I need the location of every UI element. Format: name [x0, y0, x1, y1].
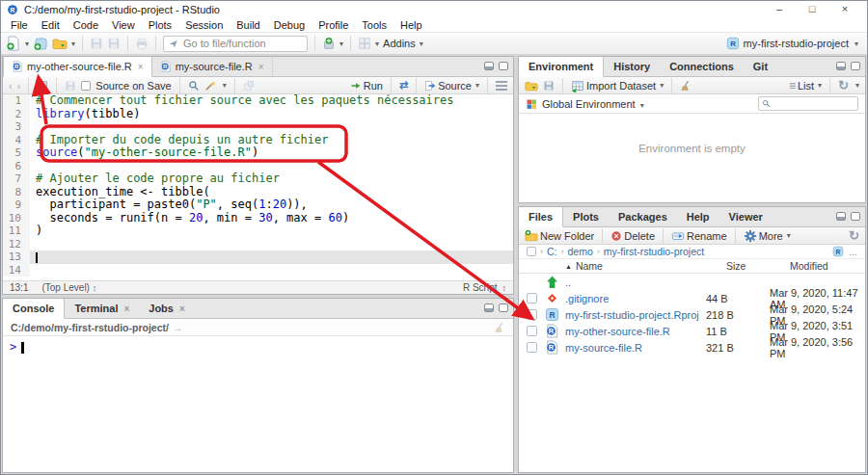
console-body[interactable]: > [3, 336, 513, 472]
menu-profile[interactable]: Profile [312, 19, 355, 31]
menu-edit[interactable]: Edit [35, 19, 67, 31]
file-name-link[interactable]: my-other-source-file.R [565, 326, 706, 337]
file-row[interactable]: my-source-file.R321 BMar 9, 2020, 3:56 P… [519, 339, 865, 356]
code-text[interactable] [30, 160, 513, 173]
tab-environment[interactable]: Environment [519, 57, 604, 77]
breadcrumb-drive[interactable]: C: [547, 246, 557, 257]
file-name-link[interactable]: my-source-file.R [565, 342, 706, 354]
more-button[interactable]: More ▾ [744, 229, 791, 243]
forward-icon[interactable]: › [17, 80, 21, 92]
code-line[interactable]: 5source("my-other-source-file.R") [3, 146, 513, 160]
chevron-down-icon[interactable]: ▾ [475, 81, 479, 90]
code-line[interactable]: 10 seconds = runif(n = 20, min = 30, max… [3, 212, 513, 225]
maximize-pane-button[interactable] [851, 212, 860, 221]
compile-report-icon[interactable] [243, 80, 255, 92]
run-button[interactable]: Run [350, 80, 383, 92]
tab-my-other-source-file[interactable]: my-other-source-file.R × [3, 57, 152, 77]
file-checkbox[interactable] [527, 309, 537, 320]
delete-button[interactable]: Delete [610, 230, 655, 242]
file-checkbox[interactable] [527, 342, 537, 353]
new-file-button[interactable]: ▾ [6, 36, 29, 51]
environment-search-input[interactable] [773, 98, 851, 109]
chevron-down-icon[interactable]: ▾ [339, 40, 343, 48]
refresh-icon[interactable]: ↻ [838, 79, 849, 92]
close-window-button[interactable]: × [828, 1, 861, 17]
code-text[interactable] [30, 120, 513, 134]
breadcrumb-project[interactable]: my-first-rstudio-project [604, 246, 704, 257]
load-workspace-icon[interactable] [525, 79, 538, 92]
save-icon[interactable] [90, 37, 103, 50]
print-icon[interactable] [135, 37, 149, 50]
tab-packages[interactable]: Packages [609, 207, 677, 226]
code-line[interactable]: 4# Importer du code depuis un autre fich… [3, 134, 513, 147]
code-line[interactable]: 7# Ajouter le code propre au fichier [3, 172, 513, 186]
rename-button[interactable]: Rename [671, 229, 727, 243]
tab-files[interactable]: Files [519, 207, 563, 227]
scope-selector[interactable]: (Top Level) ↕ [41, 282, 96, 293]
tab-my-source-file[interactable]: my-source-file.R × [152, 57, 273, 76]
document-outline-icon[interactable] [496, 81, 507, 91]
column-header-size[interactable]: Size [726, 260, 790, 272]
menu-session[interactable]: Session [178, 19, 230, 31]
menu-view[interactable]: View [105, 19, 142, 31]
maximize-pane-button[interactable] [499, 303, 508, 312]
import-dataset-button[interactable]: Import Dataset ▾ [571, 79, 664, 92]
close-icon[interactable]: × [123, 303, 129, 314]
open-file-button[interactable]: ▾ [52, 36, 75, 51]
addins-tool-button[interactable]: ▾ [322, 37, 343, 50]
rerun-icon[interactable]: ⇄ [399, 79, 408, 92]
column-header-name[interactable]: ▲ Name [565, 260, 726, 272]
new-project-button[interactable] [33, 36, 48, 51]
tab-history[interactable]: History [604, 57, 660, 76]
maximize-pane-button[interactable] [499, 62, 508, 70]
tab-terminal[interactable]: Terminal × [65, 299, 139, 318]
code-line[interactable]: 8execution_time <- tibble( [3, 186, 513, 199]
clear-console-broom-icon[interactable] [494, 322, 505, 333]
code-text[interactable] [30, 238, 513, 251]
more-path-ellipsis[interactable]: ... [849, 246, 857, 257]
code-text[interactable]: # Commencer tout fichier source avec les… [30, 94, 513, 108]
code-tools-icon[interactable] [204, 80, 216, 92]
minimize-pane-button[interactable] [484, 303, 494, 312]
code-text[interactable]: ) [30, 224, 513, 238]
filetype-selector[interactable]: R Script ↕ [463, 282, 506, 293]
menu-debug[interactable]: Debug [267, 19, 312, 31]
save-workspace-icon[interactable] [543, 80, 555, 92]
code-text[interactable]: execution_time <- tibble( [30, 186, 513, 199]
code-text[interactable]: participant = paste0("P", seq(1:20)), [30, 198, 513, 212]
code-line[interactable]: 13 [3, 251, 513, 264]
goto-file-function-box[interactable] [163, 36, 308, 52]
file-name-link[interactable]: my-first-rstudio-project.Rproj [565, 309, 706, 321]
file-checkbox[interactable] [527, 293, 537, 303]
environment-search-box[interactable] [758, 96, 858, 111]
tab-plots[interactable]: Plots [563, 207, 609, 226]
code-text[interactable]: seconds = runif(n = 20, min = 30, max = … [30, 212, 513, 225]
minimize-pane-button[interactable] [484, 62, 494, 70]
code-text[interactable] [30, 251, 513, 264]
chevron-down-icon[interactable]: ▾ [375, 40, 379, 48]
chevron-down-icon[interactable]: ▾ [855, 81, 859, 90]
back-icon[interactable]: ‹ [9, 80, 13, 92]
code-line[interactable]: 9 participant = paste0("P", seq(1:20)), [3, 198, 513, 212]
goto-file-function-input[interactable] [183, 38, 299, 49]
file-checkbox[interactable] [527, 326, 537, 336]
minimize-window-button[interactable]: – [763, 1, 796, 17]
global-environment-selector[interactable]: Global Environment ▾ [542, 98, 644, 110]
file-name-link[interactable]: .gitignore [565, 293, 706, 304]
chevron-down-icon[interactable]: ▾ [25, 40, 29, 48]
tab-console[interactable]: Console [3, 299, 65, 319]
list-view-button[interactable]: ≡ List ▾ [789, 79, 822, 92]
close-icon[interactable]: × [138, 62, 144, 72]
save-icon[interactable] [65, 80, 76, 92]
open-in-new-window-icon[interactable] [37, 80, 48, 92]
code-text[interactable]: # Importer du code depuis un autre fichi… [30, 134, 513, 147]
menu-tools[interactable]: Tools [355, 19, 393, 31]
breadcrumb-demo[interactable]: demo [568, 246, 593, 257]
column-header-modified[interactable]: Modified [790, 260, 865, 272]
menu-help[interactable]: Help [393, 19, 429, 31]
code-editor[interactable]: 1# Commencer tout fichier source avec le… [3, 94, 513, 280]
addins-menu-button[interactable]: Addins ▾ [383, 38, 423, 49]
select-all-checkbox[interactable] [527, 247, 536, 256]
tab-help[interactable]: Help [677, 207, 719, 226]
tab-git[interactable]: Git [744, 57, 777, 76]
